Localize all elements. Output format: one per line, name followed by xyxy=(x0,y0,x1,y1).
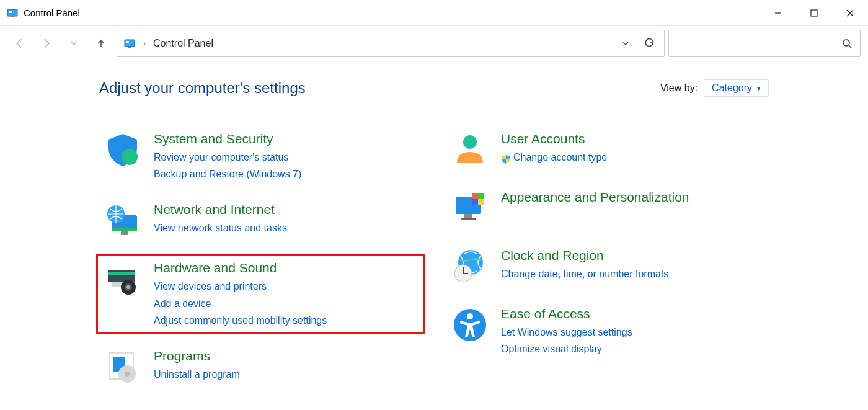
person-icon xyxy=(450,130,490,170)
accessibility-icon xyxy=(450,305,490,345)
svg-rect-34 xyxy=(478,199,484,205)
category-programs: Programs Uninstall a program xyxy=(99,345,422,390)
globe-monitor-icon xyxy=(103,201,143,241)
category-hardware-sound: Hardware and Sound View devices and prin… xyxy=(99,257,422,331)
svg-rect-32 xyxy=(478,193,484,199)
nav-row: › Control Panel xyxy=(0,26,868,61)
category-title[interactable]: Appearance and Personalization xyxy=(501,190,689,205)
up-button[interactable] xyxy=(89,32,113,55)
svg-rect-8 xyxy=(126,41,129,43)
category-link[interactable]: Optimize visual display xyxy=(501,341,632,357)
category-link[interactable]: Let Windows suggest settings xyxy=(501,324,632,341)
globe-clock-icon xyxy=(450,247,490,287)
breadcrumb-location[interactable]: Control Panel xyxy=(153,38,213,49)
minimize-button[interactable] xyxy=(760,0,796,26)
category-ease-access: Ease of Access Let Windows suggest setti… xyxy=(446,303,769,360)
chevron-down-icon: ▾ xyxy=(757,84,761,92)
maximize-button[interactable] xyxy=(796,0,832,26)
breadcrumb-separator-icon[interactable]: › xyxy=(143,39,146,48)
category-link[interactable]: View devices and printers xyxy=(154,278,327,295)
svg-rect-31 xyxy=(472,193,478,199)
category-link[interactable]: Change date, time, or number formats xyxy=(501,265,668,282)
page-heading: Adjust your computer's settings xyxy=(99,79,306,97)
svg-rect-9 xyxy=(128,47,131,48)
svg-rect-18 xyxy=(108,272,135,275)
category-link[interactable]: Adjust commonly used mobility settings xyxy=(154,312,327,329)
svg-rect-2 xyxy=(11,16,14,17)
view-by-control: View by: Category ▾ xyxy=(660,79,769,97)
category-link[interactable]: Add a device xyxy=(154,295,327,312)
svg-point-12 xyxy=(122,149,138,165)
category-title[interactable]: Clock and Region xyxy=(501,248,668,263)
search-icon[interactable] xyxy=(841,38,852,49)
view-by-dropdown[interactable]: Category ▾ xyxy=(704,79,769,97)
programs-icon xyxy=(103,347,143,387)
category-link[interactable]: Backup and Restore (Windows 7) xyxy=(154,166,301,182)
search-box[interactable] xyxy=(668,30,861,57)
view-by-value: Category xyxy=(712,82,752,94)
category-title[interactable]: Programs xyxy=(154,349,240,363)
category-title[interactable]: Hardware and Sound xyxy=(154,261,327,275)
category-title[interactable]: Ease of Access xyxy=(501,306,632,321)
category-link[interactable]: Change account type xyxy=(501,149,607,166)
category-user-accounts: User Accounts Change account type xyxy=(446,128,769,172)
printer-camera-icon xyxy=(103,259,143,299)
svg-point-22 xyxy=(126,285,130,289)
svg-point-10 xyxy=(843,40,849,46)
category-title[interactable]: System and Security xyxy=(154,131,301,146)
svg-point-26 xyxy=(125,372,130,377)
close-button[interactable] xyxy=(832,0,868,26)
category-link[interactable]: View network status and tasks xyxy=(154,220,287,236)
svg-rect-30 xyxy=(461,218,476,220)
category-network-internet: Network and Internet View network status… xyxy=(99,198,422,243)
svg-rect-15 xyxy=(121,231,128,235)
monitor-colors-icon xyxy=(450,189,490,228)
svg-line-11 xyxy=(849,45,851,48)
control-panel-appicon xyxy=(6,7,19,19)
content-area: Adjust your computer's settings View by:… xyxy=(0,61,868,390)
recent-locations-button[interactable] xyxy=(62,32,86,55)
svg-rect-29 xyxy=(464,214,472,218)
category-link[interactable]: Uninstall a program xyxy=(154,366,240,383)
category-link[interactable]: Review your computer's status xyxy=(154,149,301,166)
uac-shield-icon xyxy=(501,154,511,164)
svg-point-27 xyxy=(463,135,477,149)
svg-point-40 xyxy=(467,313,473,319)
forward-button[interactable] xyxy=(35,32,58,55)
view-by-label: View by: xyxy=(660,82,698,94)
right-column: User Accounts Change account type xyxy=(446,128,769,390)
window-title: Control Panel xyxy=(24,7,80,18)
category-title[interactable]: User Accounts xyxy=(501,131,607,146)
search-input[interactable] xyxy=(676,38,841,50)
address-history-button[interactable] xyxy=(617,32,634,55)
category-system-security: System and Security Review your computer… xyxy=(99,128,422,185)
left-column: System and Security Review your computer… xyxy=(99,128,422,390)
back-button[interactable] xyxy=(7,32,31,55)
svg-rect-33 xyxy=(472,199,478,205)
category-clock-region: Clock and Region Change date, time, or n… xyxy=(446,244,769,289)
category-title[interactable]: Network and Internet xyxy=(154,202,287,217)
title-bar: Control Panel xyxy=(0,0,868,26)
address-bar[interactable]: › Control Panel xyxy=(117,30,665,57)
svg-rect-4 xyxy=(811,10,817,16)
refresh-button[interactable] xyxy=(640,32,658,55)
svg-rect-14 xyxy=(112,228,137,231)
address-icon xyxy=(123,37,136,50)
svg-rect-1 xyxy=(9,11,12,13)
category-appearance: Appearance and Personalization xyxy=(446,186,769,231)
category-link-text: Change account type xyxy=(513,152,607,163)
shield-icon xyxy=(103,130,143,170)
